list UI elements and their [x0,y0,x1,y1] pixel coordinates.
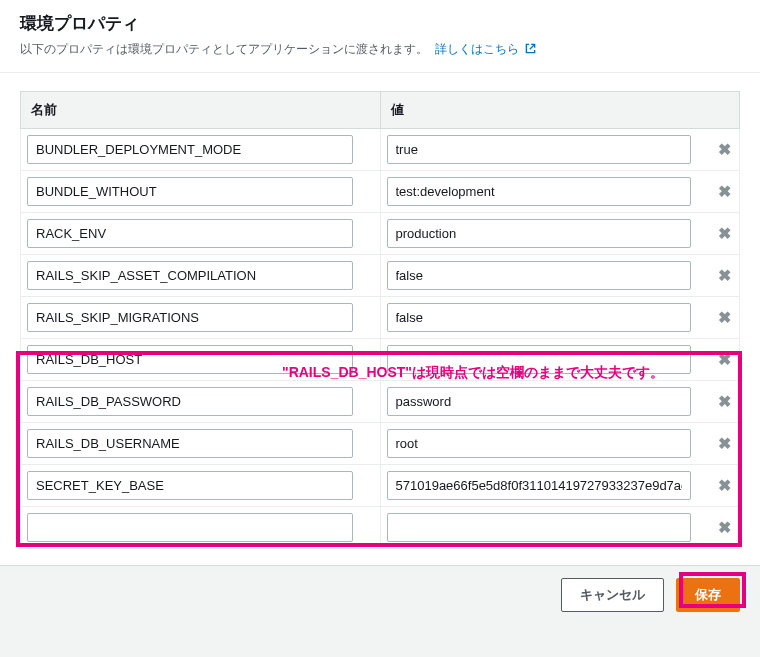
name-cell [21,297,381,339]
property-value-input[interactable] [387,513,692,542]
col-header-value: 値 [380,92,740,129]
name-cell [21,507,381,549]
property-value-input[interactable] [387,135,692,164]
panel-title: 環境プロパティ [20,12,740,35]
property-value-input[interactable] [387,177,692,206]
property-value-input[interactable] [387,471,692,500]
property-name-input[interactable] [27,303,353,332]
table-container: 名前 値 ✖✖✖✖✖✖✖✖✖✖ "RAILS_DB_HOST"は現時点では空欄の… [0,73,760,565]
name-cell [21,381,381,423]
name-cell [21,423,381,465]
value-cell: ✖ [380,297,740,339]
value-cell: ✖ [380,171,740,213]
table-row: ✖ [21,381,740,423]
remove-row-icon[interactable]: ✖ [718,142,731,158]
property-name-input[interactable] [27,219,353,248]
property-name-input[interactable] [27,471,353,500]
name-cell [21,465,381,507]
table-row: ✖ [21,507,740,549]
property-value-input[interactable] [387,429,692,458]
learn-more-link[interactable]: 詳しくはこちら [435,42,535,56]
footer: キャンセル 保存 [0,566,760,624]
remove-row-icon[interactable]: ✖ [718,184,731,200]
remove-row-icon[interactable]: ✖ [718,268,731,284]
value-cell: ✖ [380,255,740,297]
property-value-input[interactable] [387,387,692,416]
name-cell [21,213,381,255]
property-value-input[interactable] [387,219,692,248]
property-value-input[interactable] [387,261,692,290]
property-name-input[interactable] [27,513,353,542]
property-value-input[interactable] [387,345,692,374]
table-row: ✖ [21,171,740,213]
value-cell: ✖ [380,381,740,423]
table-row: ✖ [21,213,740,255]
panel-header: 環境プロパティ 以下のプロパティは環境プロパティとしてアプリケーションに渡されま… [0,0,760,73]
learn-more-text: 詳しくはこちら [435,42,519,56]
col-header-name: 名前 [21,92,381,129]
property-value-input[interactable] [387,303,692,332]
table-row: ✖ [21,129,740,171]
property-name-input[interactable] [27,135,353,164]
table-row: ✖ [21,255,740,297]
value-cell: ✖ [380,213,740,255]
name-cell [21,255,381,297]
name-cell [21,171,381,213]
save-button[interactable]: 保存 [676,578,740,612]
cancel-button[interactable]: キャンセル [561,578,664,612]
table-row: ✖ [21,339,740,381]
remove-row-icon[interactable]: ✖ [718,436,731,452]
property-name-input[interactable] [27,261,353,290]
property-name-input[interactable] [27,387,353,416]
remove-row-icon[interactable]: ✖ [718,394,731,410]
env-properties-panel: 環境プロパティ 以下のプロパティは環境プロパティとしてアプリケーションに渡されま… [0,0,760,566]
footer-container: キャンセル 保存 [0,566,760,624]
table-row: ✖ [21,297,740,339]
name-cell [21,129,381,171]
panel-description: 以下のプロパティは環境プロパティとしてアプリケーションに渡されます。 [20,42,428,56]
value-cell: ✖ [380,507,740,549]
property-name-input[interactable] [27,177,353,206]
value-cell: ✖ [380,465,740,507]
remove-row-icon[interactable]: ✖ [718,478,731,494]
table-row: ✖ [21,465,740,507]
value-cell: ✖ [380,339,740,381]
property-name-input[interactable] [27,429,353,458]
value-cell: ✖ [380,423,740,465]
name-cell [21,339,381,381]
external-link-icon [525,43,536,57]
table-row: ✖ [21,423,740,465]
value-cell: ✖ [380,129,740,171]
remove-row-icon[interactable]: ✖ [718,352,731,368]
env-properties-table: 名前 値 ✖✖✖✖✖✖✖✖✖✖ [20,91,740,549]
remove-row-icon[interactable]: ✖ [718,520,731,536]
property-name-input[interactable] [27,345,353,374]
remove-row-icon[interactable]: ✖ [718,226,731,242]
remove-row-icon[interactable]: ✖ [718,310,731,326]
panel-description-line: 以下のプロパティは環境プロパティとしてアプリケーションに渡されます。 詳しくはこ… [20,41,740,58]
